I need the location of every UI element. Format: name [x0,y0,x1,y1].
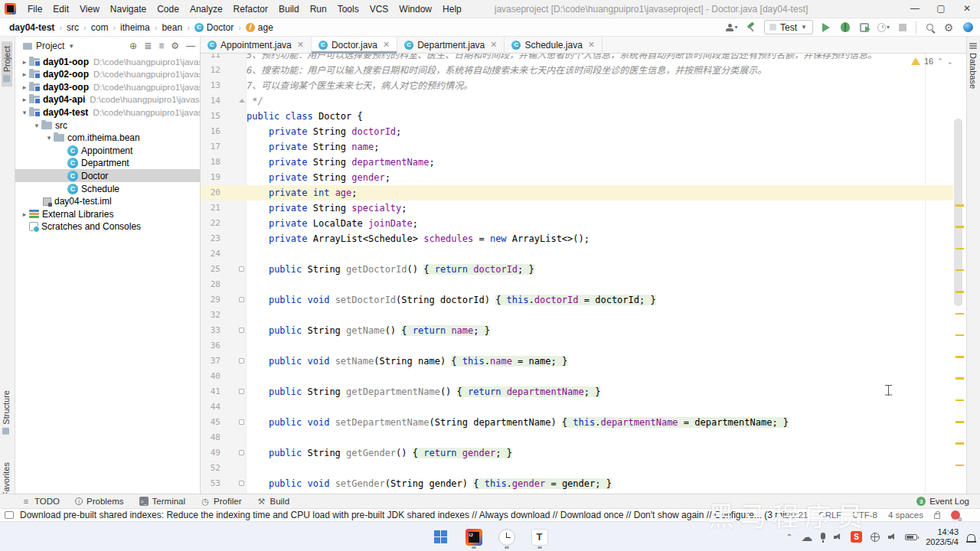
code-line-49[interactable]: 49 public String getGender() { return ge… [201,445,953,461]
readonly-lock-icon[interactable] [934,514,940,519]
panel-settings-icon[interactable]: ⚙ [171,41,179,51]
menu-item-window[interactable]: Window [394,0,437,18]
tree-expand-arrow[interactable]: ▸ [20,96,29,103]
code-line-13[interactable]: 137、可以查询某个医生未来七天，病人对它的预约情况。 [201,78,953,93]
tree-item-com-itheima-bean[interactable]: ▾com.itheima.bean [15,132,201,145]
editor-tab-schedule-java[interactable]: CSchedule.java✕ [505,37,603,53]
code-line-12[interactable]: 126、搜索功能：用户可以输入搜索日期和时间段，系统将自动搜索未来七天内在该时间… [201,63,953,78]
breadcrumb-item-day04-test[interactable]: day04-test [8,22,56,33]
fold-marker[interactable] [239,328,244,333]
code-line-22[interactable]: 22 private LocalDate joinDate; [201,216,953,231]
code-line-32[interactable]: 32 [201,308,953,323]
stop-button[interactable] [897,21,909,34]
onedrive-cloud-icon[interactable]: ☁ [801,530,812,544]
tool-tab-database[interactable]: Database [969,43,978,89]
tree-item-scratches-and-consoles[interactable]: Scratches and Consoles [15,220,201,233]
code-line-44[interactable]: 44 [201,399,953,415]
settings-gear-icon[interactable]: ⚙ [942,21,955,34]
tray-expand-icon[interactable]: ⌃ [786,533,792,541]
tree-item-external-libraries[interactable]: ▸External Libraries [15,207,201,220]
tree-expand-arrow[interactable]: ▸ [20,83,29,91]
taskbar-t-app-icon[interactable]: T [530,526,550,549]
code-line-20[interactable]: 20 private int age; [201,185,953,201]
code-line-17[interactable]: 17 private String name; [201,139,953,155]
editor-tab-doctor-java[interactable]: CDoctor.java✕ [312,37,397,53]
toolwindow-button-problems[interactable]: !Problems [75,497,124,506]
user-icon[interactable]: ▾ [726,21,738,34]
maximize-button[interactable]: ▢ [928,0,954,18]
tree-item-day04-api[interactable]: ▸day04-apiD:\code\huangpuipro1\javasepr [15,93,201,106]
network-globe-icon[interactable] [871,533,880,542]
fold-marker[interactable] [239,297,244,302]
locate-file-icon[interactable]: ⊕ [129,41,137,51]
microphone-icon[interactable] [821,533,825,540]
tree-item-day03-oop[interactable]: ▸day03-oopD:\code\huangpuipro1\javasep [15,80,201,93]
tree-expand-arrow[interactable]: ▸ [20,210,29,218]
status-message[interactable]: Download pre-built shared indexes: Reduc… [20,510,786,520]
code-line-37[interactable]: 37 public void setName(String name) { th… [201,354,953,369]
start-button[interactable] [431,526,451,549]
volume-icon[interactable] [888,533,897,540]
code-line-52[interactable]: 52 [201,461,953,476]
toolwindow-button-todo[interactable]: ≡TODO [21,497,60,506]
close-button[interactable]: ✕ [954,0,980,18]
menu-item-analyze[interactable]: Analyze [185,0,228,18]
tool-tab-structure[interactable]: Structure [2,390,11,435]
event-log-button[interactable]: 3 Event Log [916,497,969,506]
code-line-21[interactable]: 21 private String specialty; [201,201,953,216]
code-line-33[interactable]: 33 public String getName() { return name… [201,323,953,338]
run-configuration-select[interactable]: Test ▼ [764,20,813,34]
tree-item-doctor[interactable]: CDoctor [15,169,201,182]
next-warning-icon[interactable]: ⌃ [947,57,953,65]
menu-item-refactor[interactable]: Refactor [228,0,273,18]
toolwindow-button-build[interactable]: ⚒Build [257,497,290,506]
fold-marker[interactable] [239,450,244,455]
sogou-input-icon[interactable]: S [851,531,862,543]
code-line-41[interactable]: 41 public String getDepartmentName() { r… [201,384,953,399]
tool-tab-project[interactable]: Project [2,41,12,86]
toolwindow-quick-access-icon[interactable] [5,511,14,519]
breadcrumb-item-age[interactable]: fage [244,22,275,33]
fold-marker[interactable] [239,481,244,486]
tab-close-icon[interactable]: ✕ [490,40,497,50]
notification-bell-icon[interactable] [967,534,975,542]
code-line-14[interactable]: 14 */ [201,93,953,109]
tree-expand-arrow[interactable]: ▸ [20,70,29,78]
editor-scrollbar[interactable] [954,119,962,306]
code-line-23[interactable]: 23 private ArrayList<Schedule> schedules… [201,231,953,246]
coverage-button[interactable] [858,21,871,34]
fold-marker[interactable] [239,358,244,364]
menu-item-edit[interactable]: Edit [47,0,74,18]
menu-item-view[interactable]: View [74,0,105,18]
breadcrumb-item-itheima[interactable]: itheima [119,22,152,33]
code-line-36[interactable]: 36 [201,338,953,354]
editor-tab-appointment-java[interactable]: CAppointment.java✕ [201,37,312,53]
menu-item-help[interactable]: Help [437,0,467,18]
tree-collapse-arrow[interactable]: ▾ [32,122,41,129]
menu-item-navigate[interactable]: Navigate [105,0,152,18]
tree-expand-arrow[interactable]: ▸ [20,58,29,66]
indent-style[interactable]: 4 spaces [888,510,923,520]
minimize-button[interactable]: — [902,0,928,18]
hide-panel-icon[interactable]: — [186,41,195,51]
notification-icon[interactable] [951,510,960,520]
tree-collapse-arrow[interactable]: ▾ [44,134,54,142]
code-editor[interactable]: 115、预约功能：用户可以选择要预约的科室、医生、日期和时间段，并输入患者的个人… [201,54,966,494]
project-view-selector[interactable]: Project [36,41,64,51]
expand-all-icon[interactable]: ≣ [144,41,152,51]
menu-item-vcs[interactable]: VCS [364,0,394,18]
search-everywhere-icon[interactable] [923,21,936,34]
run-button[interactable] [820,21,832,34]
editor-tab-department-java[interactable]: CDepartment.java✕ [397,37,505,53]
caret-position[interactable]: 20:21 [786,510,808,520]
code-line-48[interactable]: 48 [201,430,953,445]
line-ending[interactable]: CRLF [818,510,841,520]
ide-sphere-icon[interactable] [962,21,974,34]
menu-item-build[interactable]: Build [273,0,305,18]
fold-marker[interactable] [239,266,244,272]
toolwindow-button-profiler[interactable]: ◷Profiler [201,497,241,506]
tree-collapse-arrow[interactable]: ▾ [20,109,29,116]
breadcrumb-item-src[interactable]: src [65,22,80,33]
code-line-28[interactable]: 28 [201,277,953,292]
tree-item-day04-test[interactable]: ▾day04-testD:\code\huangpuipro1\javasepr [15,106,201,119]
